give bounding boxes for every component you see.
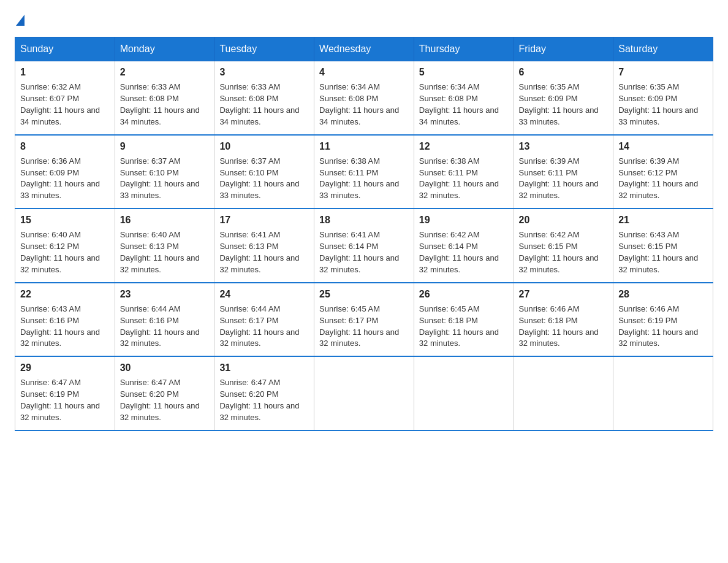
day-info: Sunrise: 6:45 AMSunset: 6:17 PMDaylight:… [319, 304, 409, 350]
day-info: Sunrise: 6:35 AMSunset: 6:09 PMDaylight:… [519, 82, 609, 128]
day-info: Sunrise: 6:34 AMSunset: 6:08 PMDaylight:… [319, 82, 409, 128]
logo-arrow-icon [16, 15, 25, 26]
day-number: 5 [419, 65, 509, 79]
calendar-day-cell: 14Sunrise: 6:39 AMSunset: 6:12 PMDayligh… [613, 135, 713, 209]
day-number: 24 [219, 287, 309, 301]
day-number: 6 [519, 65, 609, 79]
calendar-day-cell: 13Sunrise: 6:39 AMSunset: 6:11 PMDayligh… [514, 135, 613, 209]
calendar-day-cell: 2Sunrise: 6:33 AMSunset: 6:08 PMDaylight… [115, 61, 214, 135]
day-number: 29 [20, 361, 110, 375]
calendar-week-row: 29Sunrise: 6:47 AMSunset: 6:19 PMDayligh… [15, 356, 713, 431]
calendar-day-cell: 7Sunrise: 6:35 AMSunset: 6:09 PMDaylight… [613, 61, 713, 135]
day-number: 25 [319, 287, 409, 301]
day-number: 9 [120, 139, 210, 153]
day-number: 21 [618, 213, 708, 227]
calendar-body: 1Sunrise: 6:32 AMSunset: 6:07 PMDaylight… [15, 61, 713, 431]
day-number: 19 [419, 213, 509, 227]
day-info: Sunrise: 6:44 AMSunset: 6:17 PMDaylight:… [219, 304, 309, 350]
calendar-day-cell: 17Sunrise: 6:41 AMSunset: 6:13 PMDayligh… [214, 209, 314, 283]
day-info: Sunrise: 6:33 AMSunset: 6:08 PMDaylight:… [219, 82, 309, 128]
day-info: Sunrise: 6:39 AMSunset: 6:12 PMDaylight:… [618, 156, 708, 202]
calendar-day-cell: 12Sunrise: 6:38 AMSunset: 6:11 PMDayligh… [414, 135, 514, 209]
day-number: 12 [419, 139, 509, 153]
day-number: 10 [219, 139, 309, 153]
calendar-week-row: 8Sunrise: 6:36 AMSunset: 6:09 PMDaylight… [15, 135, 713, 209]
day-number: 28 [618, 287, 708, 301]
day-info: Sunrise: 6:45 AMSunset: 6:18 PMDaylight:… [419, 304, 509, 350]
calendar-week-row: 22Sunrise: 6:43 AMSunset: 6:16 PMDayligh… [15, 283, 713, 357]
day-info: Sunrise: 6:46 AMSunset: 6:19 PMDaylight:… [618, 304, 708, 350]
day-info: Sunrise: 6:43 AMSunset: 6:15 PMDaylight:… [618, 229, 708, 275]
day-info: Sunrise: 6:47 AMSunset: 6:19 PMDaylight:… [20, 377, 110, 423]
calendar-day-cell: 19Sunrise: 6:42 AMSunset: 6:14 PMDayligh… [414, 209, 514, 283]
day-info: Sunrise: 6:41 AMSunset: 6:13 PMDaylight:… [219, 229, 309, 275]
day-info: Sunrise: 6:43 AMSunset: 6:16 PMDaylight:… [20, 304, 110, 350]
day-number: 4 [319, 65, 409, 79]
day-number: 30 [120, 361, 210, 375]
calendar-day-cell: 30Sunrise: 6:47 AMSunset: 6:20 PMDayligh… [115, 356, 214, 431]
calendar-header: SundayMondayTuesdayWednesdayThursdayFrid… [15, 37, 713, 61]
calendar-day-cell: 4Sunrise: 6:34 AMSunset: 6:08 PMDaylight… [314, 61, 414, 135]
calendar-week-row: 15Sunrise: 6:40 AMSunset: 6:12 PMDayligh… [15, 209, 713, 283]
header-cell-sunday: Sunday [15, 37, 115, 61]
day-number: 13 [519, 139, 609, 153]
day-info: Sunrise: 6:39 AMSunset: 6:11 PMDaylight:… [519, 156, 609, 202]
day-number: 27 [519, 287, 609, 301]
calendar-week-row: 1Sunrise: 6:32 AMSunset: 6:07 PMDaylight… [15, 61, 713, 135]
day-info: Sunrise: 6:40 AMSunset: 6:12 PMDaylight:… [20, 229, 110, 275]
day-number: 3 [219, 65, 309, 79]
day-info: Sunrise: 6:37 AMSunset: 6:10 PMDaylight:… [219, 156, 309, 202]
day-info: Sunrise: 6:41 AMSunset: 6:14 PMDaylight:… [319, 229, 409, 275]
calendar-day-cell: 23Sunrise: 6:44 AMSunset: 6:16 PMDayligh… [115, 283, 214, 357]
day-number: 20 [519, 213, 609, 227]
header-cell-saturday: Saturday [613, 37, 713, 61]
calendar-table: SundayMondayTuesdayWednesdayThursdayFrid… [15, 37, 713, 431]
day-number: 22 [20, 287, 110, 301]
day-number: 16 [120, 213, 210, 227]
day-number: 23 [120, 287, 210, 301]
calendar-day-cell [314, 356, 414, 431]
header-cell-wednesday: Wednesday [314, 37, 414, 61]
calendar-day-cell [514, 356, 613, 431]
calendar-day-cell: 27Sunrise: 6:46 AMSunset: 6:18 PMDayligh… [514, 283, 613, 357]
day-number: 26 [419, 287, 509, 301]
day-number: 18 [319, 213, 409, 227]
day-info: Sunrise: 6:35 AMSunset: 6:09 PMDaylight:… [618, 82, 708, 128]
day-info: Sunrise: 6:38 AMSunset: 6:11 PMDaylight:… [419, 156, 509, 202]
logo-blue-section [15, 15, 25, 25]
calendar-day-cell: 20Sunrise: 6:42 AMSunset: 6:15 PMDayligh… [514, 209, 613, 283]
day-info: Sunrise: 6:38 AMSunset: 6:11 PMDaylight:… [319, 156, 409, 202]
calendar-day-cell: 5Sunrise: 6:34 AMSunset: 6:08 PMDaylight… [414, 61, 514, 135]
calendar-day-cell: 10Sunrise: 6:37 AMSunset: 6:10 PMDayligh… [214, 135, 314, 209]
day-number: 15 [20, 213, 110, 227]
header-row: SundayMondayTuesdayWednesdayThursdayFrid… [15, 37, 713, 61]
day-info: Sunrise: 6:34 AMSunset: 6:08 PMDaylight:… [419, 82, 509, 128]
day-number: 17 [219, 213, 309, 227]
day-info: Sunrise: 6:37 AMSunset: 6:10 PMDaylight:… [120, 156, 210, 202]
calendar-day-cell: 11Sunrise: 6:38 AMSunset: 6:11 PMDayligh… [314, 135, 414, 209]
page-header [15, 15, 713, 25]
calendar-day-cell: 16Sunrise: 6:40 AMSunset: 6:13 PMDayligh… [115, 209, 214, 283]
day-info: Sunrise: 6:32 AMSunset: 6:07 PMDaylight:… [20, 82, 110, 128]
day-number: 1 [20, 65, 110, 79]
day-number: 14 [618, 139, 708, 153]
day-info: Sunrise: 6:36 AMSunset: 6:09 PMDaylight:… [20, 156, 110, 202]
calendar-day-cell: 22Sunrise: 6:43 AMSunset: 6:16 PMDayligh… [15, 283, 115, 357]
calendar-day-cell: 6Sunrise: 6:35 AMSunset: 6:09 PMDaylight… [514, 61, 613, 135]
calendar-day-cell: 9Sunrise: 6:37 AMSunset: 6:10 PMDaylight… [115, 135, 214, 209]
day-number: 7 [618, 65, 708, 79]
calendar-day-cell [613, 356, 713, 431]
day-number: 31 [219, 361, 309, 375]
calendar-day-cell: 28Sunrise: 6:46 AMSunset: 6:19 PMDayligh… [613, 283, 713, 357]
day-info: Sunrise: 6:44 AMSunset: 6:16 PMDaylight:… [120, 304, 210, 350]
header-cell-thursday: Thursday [414, 37, 514, 61]
calendar-day-cell: 31Sunrise: 6:47 AMSunset: 6:20 PMDayligh… [214, 356, 314, 431]
header-cell-friday: Friday [514, 37, 613, 61]
calendar-day-cell: 25Sunrise: 6:45 AMSunset: 6:17 PMDayligh… [314, 283, 414, 357]
day-info: Sunrise: 6:33 AMSunset: 6:08 PMDaylight:… [120, 82, 210, 128]
calendar-day-cell: 3Sunrise: 6:33 AMSunset: 6:08 PMDaylight… [214, 61, 314, 135]
calendar-day-cell: 29Sunrise: 6:47 AMSunset: 6:19 PMDayligh… [15, 356, 115, 431]
day-info: Sunrise: 6:40 AMSunset: 6:13 PMDaylight:… [120, 229, 210, 275]
calendar-day-cell [414, 356, 514, 431]
header-cell-monday: Monday [115, 37, 214, 61]
